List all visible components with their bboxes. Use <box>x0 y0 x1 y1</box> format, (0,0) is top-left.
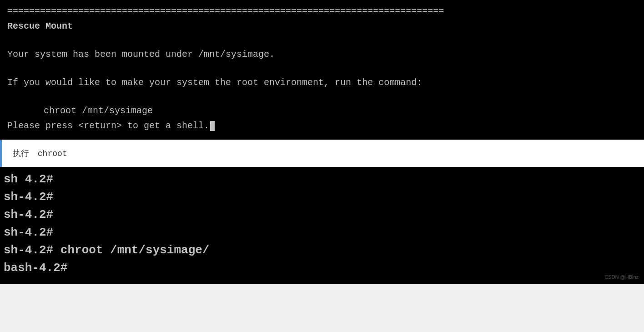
bash-prompt-line: bash-4.2# <box>4 259 640 277</box>
chroot-command-line: chroot /mnt/sysimage <box>7 104 637 117</box>
prompt-line-2: sh-4.2# <box>4 206 640 224</box>
annotation-label: 执行 <box>13 149 29 158</box>
terminal-bottom-section: sh 4.2# sh-4.2# sh-4.2# sh-4.2# sh-4.2# … <box>0 167 644 284</box>
blank-line-1 <box>7 35 637 48</box>
blank-line-2 <box>7 63 637 76</box>
partial-top-line: sh 4.2# <box>4 171 640 188</box>
system-mounted-info: Your system has been mounted under /mnt/… <box>7 48 637 61</box>
press-return-text: Please press <return> to get a shell. <box>7 121 209 131</box>
terminal-cursor <box>210 121 215 131</box>
press-return-line: Please press <return> to get a shell. <box>7 119 637 132</box>
terminal-top-section: ========================================… <box>0 0 644 140</box>
chroot-execution-line: sh-4.2# chroot /mnt/sysimage/ <box>4 241 640 259</box>
prompt-line-3: sh-4.2# <box>4 224 640 241</box>
instruction-text: If you would like to make your system th… <box>7 76 637 89</box>
watermark-text: CSDN @HBinz <box>604 273 639 281</box>
prompt-line-1: sh-4.2# <box>4 188 640 206</box>
annotation-text: 执行 chroot <box>13 148 67 159</box>
rescue-mount-title: Rescue Mount <box>7 20 637 33</box>
annotation-section: 执行 chroot <box>0 140 644 167</box>
annotation-command: chroot <box>38 149 67 158</box>
blank-line-3 <box>7 91 637 104</box>
separator-line: ========================================… <box>7 5 637 18</box>
